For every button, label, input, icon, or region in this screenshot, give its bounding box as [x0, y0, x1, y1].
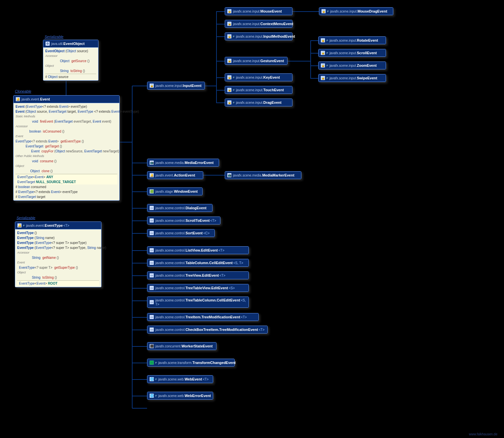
- class-GestureEvent[interactable]: 🔒javafx.scene.input.GestureEvent: [225, 57, 288, 65]
- class-icon: 🔒: [227, 88, 232, 92]
- class-WindowEvent[interactable]: 🟩javafx.stage.WindowEvent: [147, 187, 203, 195]
- class-CheckBoxTreeItemMod[interactable]: ▭javafx.scene.control.CheckBoxTreeItem.T…: [147, 326, 268, 334]
- class-icon: ↔: [149, 360, 154, 365]
- class-icon: ▭: [149, 300, 154, 304]
- class-icon: 📺: [149, 160, 154, 165]
- class-icon: ▭: [149, 273, 154, 278]
- class-WebErrorEvent[interactable]: 🌐Fjavafx.scene.web.WebErrorEvent: [147, 392, 213, 400]
- class-icon: 🟩: [149, 189, 154, 194]
- class-ContextMenuEvent[interactable]: 🔒javafx.scene.input.ContextMenuEvent: [225, 20, 292, 28]
- class-MouseDragEvent[interactable]: 🔒Fjavafx.scene.input.MouseDragEvent: [319, 7, 393, 15]
- class-TreeTableViewEdit[interactable]: ▭javafx.scene.control.TreeTableView.Edit…: [147, 284, 249, 292]
- class-icon: 🔒: [227, 34, 232, 39]
- class-ScrollToEvent[interactable]: ▭javafx.scene.control.ScrollToEvent<T>: [147, 217, 220, 224]
- class-MediaMarkerEvent[interactable]: 📺javafx.scene.media.MediaMarkerEvent: [225, 171, 301, 179]
- class-icon: 🔒: [321, 51, 325, 55]
- class-icon: 🔒: [227, 21, 232, 26]
- final-marker: F: [233, 35, 235, 38]
- class-KeyEvent[interactable]: 🔒Fjavafx.scene.input.KeyEvent: [225, 73, 292, 81]
- class-icon: 🔔: [149, 173, 154, 178]
- class-icon: ▭: [149, 218, 154, 223]
- class-icon: 🌐: [149, 393, 154, 398]
- final-marker: F: [155, 394, 157, 397]
- class-DialogEvent[interactable]: ▭javafx.scene.control.DialogEvent: [147, 204, 213, 212]
- class-icon: ▭: [149, 286, 154, 290]
- final-marker: F: [23, 224, 25, 227]
- final-marker: F: [155, 378, 157, 381]
- gear-icon: ⚙: [45, 41, 50, 46]
- class-body-event: Event (EventType<? extends Event> eventT…: [14, 103, 119, 200]
- class-icon: ▭: [149, 206, 154, 210]
- class-icon: 🔒: [227, 9, 232, 14]
- class-event-type[interactable]: 🔔 F javafx.event.EventType<T> EventType …: [15, 221, 101, 287]
- class-InputEvent[interactable]: 🔒javafx.scene.input.InputEvent: [147, 82, 205, 90]
- class-icon: 🌐: [149, 377, 154, 381]
- class-event[interactable]: 🔔 javafx.event.Event Event (EventType<? …: [13, 95, 120, 201]
- class-icon: ▭: [149, 248, 154, 253]
- interface-serializable-2[interactable]: Serializable: [17, 216, 35, 220]
- final-marker: F: [155, 361, 157, 364]
- class-SortEvent[interactable]: ▭javafx.scene.control.SortEvent<C>: [147, 229, 215, 237]
- bell-icon: 🔔: [17, 223, 22, 228]
- class-icon: 📺: [227, 173, 232, 178]
- class-TouchEvent[interactable]: 🔒Fjavafx.scene.input.TouchEvent: [225, 86, 292, 94]
- final-marker: F: [327, 64, 328, 67]
- class-icon: 🔒: [227, 59, 232, 63]
- class-TreeViewEdit[interactable]: ▭javafx.scene.control.TreeView.EditEvent…: [147, 271, 249, 279]
- class-icon: 🔒: [321, 38, 325, 43]
- class-TableColumnEdit[interactable]: ▭javafx.scene.control.TableColumn.CellEd…: [147, 259, 249, 267]
- final-marker: F: [233, 76, 235, 79]
- class-ScrollEvent[interactable]: 🔒Fjavafx.scene.input.ScrollEvent: [318, 49, 386, 57]
- class-icon: ⬛: [149, 344, 154, 348]
- class-WorkerStateEvent[interactable]: ⬛javafx.concurrent.WorkerStateEvent: [147, 342, 216, 350]
- class-body-event-object: EventObject (Object source)Accessor Obje…: [43, 48, 98, 80]
- final-marker: F: [327, 39, 328, 42]
- class-ZoomEvent[interactable]: 🔒Fjavafx.scene.input.ZoomEvent: [318, 61, 386, 69]
- class-SwipeEvent[interactable]: 🔒Fjavafx.scene.input.SwipeEvent: [318, 74, 386, 82]
- class-icon: ▭: [149, 260, 154, 265]
- class-ActionEvent[interactable]: 🔔javafx.event.ActionEvent: [147, 171, 203, 179]
- class-body-event-type: EventType ()EventType (String name)Event…: [15, 229, 101, 287]
- class-icon: ▭: [149, 315, 154, 319]
- class-icon: 🔒: [321, 9, 326, 14]
- class-icon: ▭: [149, 327, 154, 332]
- class-RotateEvent[interactable]: 🔒Fjavafx.scene.input.RotateEvent: [318, 36, 386, 44]
- class-icon: ▭: [149, 231, 154, 235]
- final-marker: F: [233, 101, 235, 104]
- class-MouseEvent[interactable]: 🔒javafx.scene.input.MouseEvent: [225, 7, 292, 15]
- final-marker: F: [327, 10, 329, 13]
- class-ListViewEdit[interactable]: ▭javafx.scene.control.ListView.EditEvent…: [147, 246, 249, 254]
- class-icon: 🔒: [149, 83, 154, 88]
- class-DragEvent[interactable]: 🔒Fjavafx.scene.input.DragEvent: [225, 99, 292, 106]
- class-TransformChangedEvent[interactable]: ↔Fjavafx.scene.transform.TransformChange…: [147, 359, 235, 367]
- class-icon: 🔒: [227, 75, 232, 80]
- final-marker: F: [327, 77, 328, 80]
- class-TreeTableColumnEdit[interactable]: ▭javafx.scene.control.TreeTableColumn.Ce…: [147, 297, 249, 308]
- bell-icon: 🔔: [16, 97, 20, 101]
- class-icon: 🔒: [321, 63, 325, 68]
- class-WebEvent[interactable]: 🌐Fjavafx.scene.web.WebEvent<T>: [147, 375, 213, 383]
- interface-serializable-1[interactable]: Serializable: [45, 35, 63, 39]
- class-icon: 🔒: [321, 76, 325, 80]
- final-marker: F: [233, 89, 235, 92]
- footer-credit[interactable]: www.falkhausen.de: [469, 432, 497, 436]
- interface-cloneable[interactable]: Cloneable: [15, 89, 31, 93]
- class-event-object[interactable]: ⚙ java.util.EventObject EventObject (Obj…: [43, 40, 98, 81]
- class-icon: 🔒: [227, 100, 232, 105]
- final-marker: F: [327, 52, 328, 55]
- class-InputMethodEvent[interactable]: 🔒Fjavafx.scene.input.InputMethodEvent: [225, 32, 292, 40]
- class-MediaErrorEvent[interactable]: 📺javafx.scene.media.MediaErrorEvent: [147, 159, 219, 167]
- class-TreeItemMod[interactable]: ▭javafx.scene.control.TreeItem.TreeModif…: [147, 313, 259, 321]
